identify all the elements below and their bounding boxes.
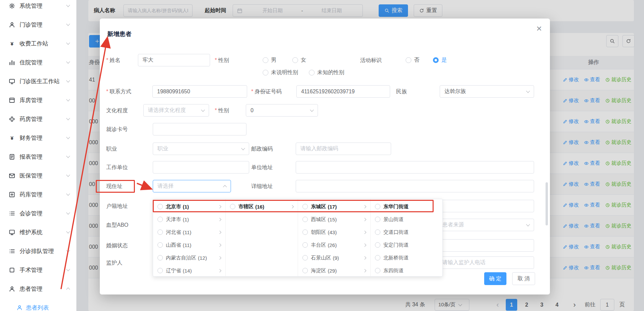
- sidebar-item-consultation[interactable]: 会诊管理: [0, 204, 76, 223]
- active-flag-radio-yes[interactable]: 是: [433, 54, 447, 66]
- work-unit-input[interactable]: [153, 161, 249, 174]
- modal-scrollbar-thumb[interactable]: [546, 182, 548, 225]
- svg-text:¥: ¥: [10, 135, 13, 141]
- cascader-option-street[interactable]: 东四街道: [371, 264, 443, 277]
- add-patient-dialog: 新增患者 × *姓名 牢大 *性别 男 女 活动标识 否 是 未说明性别 未知的…: [100, 19, 550, 294]
- radio-icon: [375, 268, 380, 273]
- sidebar-item-warehouse[interactable]: 库房管理: [0, 91, 76, 110]
- screen-icon: [9, 229, 15, 236]
- current-address-cascader[interactable]: 请选择: [153, 180, 231, 192]
- marital-status-label: 婚姻状态: [106, 239, 128, 252]
- close-icon[interactable]: ×: [536, 24, 542, 33]
- sidebar: 系统管理 门诊管理 ¥ 收费工作站 住院管理 门诊医生工作站 库房管理: [0, 0, 77, 311]
- chevron-down-icon: [66, 267, 70, 271]
- chevron-down-icon: [201, 108, 205, 112]
- cascader-option-province[interactable]: 内蒙古自治区(12): [153, 251, 225, 264]
- occupation-select[interactable]: 职业: [153, 143, 249, 155]
- patient-list-icon: [17, 305, 23, 311]
- annotation-box-cascader-row: [153, 200, 434, 212]
- radio-icon: [375, 229, 380, 235]
- radio-icon: [302, 255, 308, 260]
- sidebar-item-triage-queue[interactable]: 分诊排队管理: [0, 242, 76, 260]
- gender-radio-male[interactable]: 男: [263, 54, 276, 66]
- occupation-label: 职业: [106, 143, 117, 155]
- cascader-option-street[interactable]: 景山街道: [371, 213, 443, 226]
- radio-icon: [302, 217, 308, 222]
- sidebar-item-system[interactable]: 系统管理: [0, 0, 76, 15]
- sidebar-item-outpatient-doctor-station[interactable]: 门诊医生工作站: [0, 72, 76, 91]
- sidebar-item-drug-storage[interactable]: 药库管理: [0, 185, 76, 204]
- sidebar-item-surgery[interactable]: 手术管理: [0, 260, 76, 279]
- chevron-down-icon: [66, 60, 70, 63]
- radio-icon: [263, 70, 268, 75]
- gender-radio-female[interactable]: 女: [292, 54, 306, 66]
- cascader-option-district[interactable]: 海淀区(29): [298, 264, 370, 277]
- active-flag-radio-no[interactable]: 否: [406, 54, 419, 66]
- sidebar-menu: 系统管理 门诊管理 ¥ 收费工作站 住院管理 门诊医生工作站 库房管理: [0, 0, 76, 298]
- chevron-right-icon: [218, 243, 222, 247]
- sidebar-item-finance[interactable]: ¥ 财务管理: [0, 128, 76, 147]
- cascader-option-street[interactable]: 安定门街道: [371, 239, 443, 251]
- postal-code-input[interactable]: 请输入邮政编码: [296, 143, 391, 155]
- yen-icon: ¥: [9, 40, 15, 47]
- chevron-right-icon: [363, 243, 367, 247]
- unit-address-input[interactable]: [296, 161, 534, 174]
- gender-radio-unspecified[interactable]: 未说明性别: [263, 66, 298, 79]
- sidebar-item-patient[interactable]: 患者管理: [0, 279, 76, 298]
- cascader-option-province[interactable]: 山西省(11): [153, 239, 225, 251]
- warehouse-icon: [9, 97, 15, 103]
- cancel-button[interactable]: 取 消: [512, 272, 535, 285]
- chevron-down-icon: [66, 97, 70, 101]
- education-select[interactable]: 请选择文化程度: [143, 104, 209, 117]
- cascader-option-street[interactable]: 北新桥街道: [371, 251, 443, 264]
- cascader-option-district[interactable]: 朝阳区(43): [298, 226, 370, 239]
- cascader-option-district[interactable]: 丰台区(26): [298, 239, 370, 251]
- gender2-select[interactable]: 0: [246, 104, 318, 117]
- sidebar-item-outpatient[interactable]: 门诊管理: [0, 15, 76, 34]
- cascader-option-province[interactable]: 辽宁省(14): [153, 264, 225, 277]
- guardian-phone-input[interactable]: 请输入监护人电话: [438, 256, 534, 269]
- visit-card-input[interactable]: [153, 123, 246, 135]
- monitor-icon: [9, 78, 15, 85]
- gender-radio-unknown[interactable]: 未知的性别: [309, 66, 344, 79]
- chevron-right-icon: [218, 269, 222, 272]
- chevron-down-icon: [66, 79, 70, 82]
- sidebar-item-insurance[interactable]: 医保管理: [0, 166, 76, 185]
- idcard-label: *身份证号码: [251, 85, 282, 98]
- radio-icon: [157, 242, 163, 248]
- visit-card-label: 就诊卡号: [106, 123, 128, 135]
- dialog-title: 新增患者: [107, 30, 131, 38]
- confirm-button[interactable]: 确 定: [484, 272, 506, 285]
- contact-input[interactable]: 19880991650: [152, 85, 247, 98]
- cascader-option-province[interactable]: 河北省(11): [153, 226, 225, 239]
- sidebar-item-charging-station[interactable]: ¥ 收费工作站: [0, 34, 76, 53]
- ethnicity-select[interactable]: 达斡尔族: [440, 85, 534, 98]
- surgery-icon: [9, 267, 15, 273]
- sidebar-item-reports[interactable]: 报表管理: [0, 147, 76, 166]
- drug-storage-icon: [9, 191, 15, 198]
- blood-type-label: 血型ABO: [106, 219, 128, 231]
- cascader-option-district[interactable]: 石景山区(9): [298, 251, 370, 264]
- patient-source-select[interactable]: 患者来源: [438, 219, 534, 231]
- sidebar-item-pharmacy[interactable]: 药房管理: [0, 110, 76, 128]
- cascader-option-province[interactable]: 天津市(1): [153, 213, 225, 226]
- detail-address-input[interactable]: [296, 180, 534, 192]
- cascader-option-district[interactable]: 西城区(15): [298, 213, 370, 226]
- cascader-option-street[interactable]: 交道口街道: [371, 226, 443, 239]
- radio-icon: [157, 217, 163, 222]
- radio-icon: [302, 268, 308, 273]
- radio-checked-icon: [433, 57, 439, 63]
- radio-icon: [375, 217, 380, 222]
- education-label: 文化程度: [106, 104, 128, 117]
- name-input[interactable]: 牢大: [138, 54, 210, 66]
- registered-address-label: 户籍地址: [106, 200, 128, 212]
- chevron-down-icon: [66, 135, 70, 139]
- chevron-right-icon: [363, 218, 367, 221]
- sidebar-item-patient-list[interactable]: 患者列表: [0, 298, 76, 311]
- radio-icon: [157, 255, 163, 260]
- chevron-right-icon: [363, 230, 367, 234]
- medical-cross-icon: [9, 116, 15, 122]
- sidebar-item-maintenance[interactable]: 维护系统: [0, 223, 76, 242]
- sidebar-item-inpatient[interactable]: 住院管理: [0, 53, 76, 72]
- idcard-input[interactable]: 411625192602039719: [296, 85, 390, 98]
